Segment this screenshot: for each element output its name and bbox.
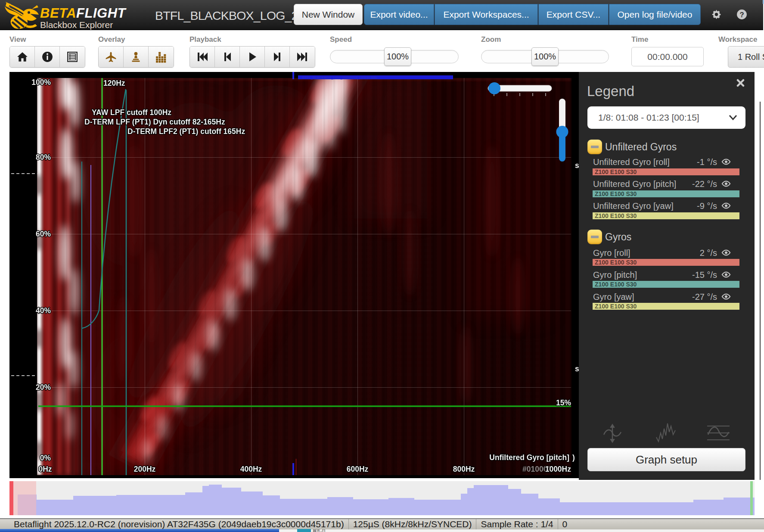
svg-text:): ) bbox=[572, 453, 575, 462]
svg-text:1000Hz: 1000Hz bbox=[545, 465, 571, 473]
svg-text:YAW LPF cutoff 100Hz: YAW LPF cutoff 100Hz bbox=[92, 108, 171, 117]
svg-text:s: s bbox=[575, 161, 579, 170]
svg-text:0%: 0% bbox=[40, 454, 51, 462]
svg-text:100%: 100% bbox=[31, 78, 51, 87]
svg-text:800Hz: 800Hz bbox=[453, 465, 475, 473]
svg-text:80%: 80% bbox=[36, 153, 51, 162]
svg-text:BTFL_BLACKBOX_LOG_20250215 120: BTFL_BLACKBOX_LOG_20250215 120230.BBL bbox=[302, 76, 378, 80]
svg-text:20%: 20% bbox=[36, 383, 51, 392]
svg-text:0Hz: 0Hz bbox=[38, 465, 52, 473]
svg-text:600Hz: 600Hz bbox=[347, 465, 369, 473]
svg-text:120Hz: 120Hz bbox=[103, 79, 125, 87]
svg-text:s: s bbox=[575, 364, 579, 373]
svg-text:15%: 15% bbox=[556, 398, 571, 407]
svg-text:40%: 40% bbox=[36, 306, 51, 315]
svg-text:D-TERM LPF (PT1) Dyn cutoff 82: D-TERM LPF (PT1) Dyn cutoff 82-165Hz bbox=[84, 118, 225, 126]
svg-text:D-TERM LPF2 (PT1) cutoff 165Hz: D-TERM LPF2 (PT1) cutoff 165Hz bbox=[127, 127, 245, 136]
svg-text:Unfiltered Gyro [pitch]: Unfiltered Gyro [pitch] bbox=[489, 453, 569, 462]
svg-text:400Hz: 400Hz bbox=[240, 465, 262, 473]
svg-text:200Hz: 200Hz bbox=[134, 465, 156, 473]
svg-text:?: ? bbox=[739, 11, 744, 19]
svg-text:60%: 60% bbox=[36, 230, 51, 238]
